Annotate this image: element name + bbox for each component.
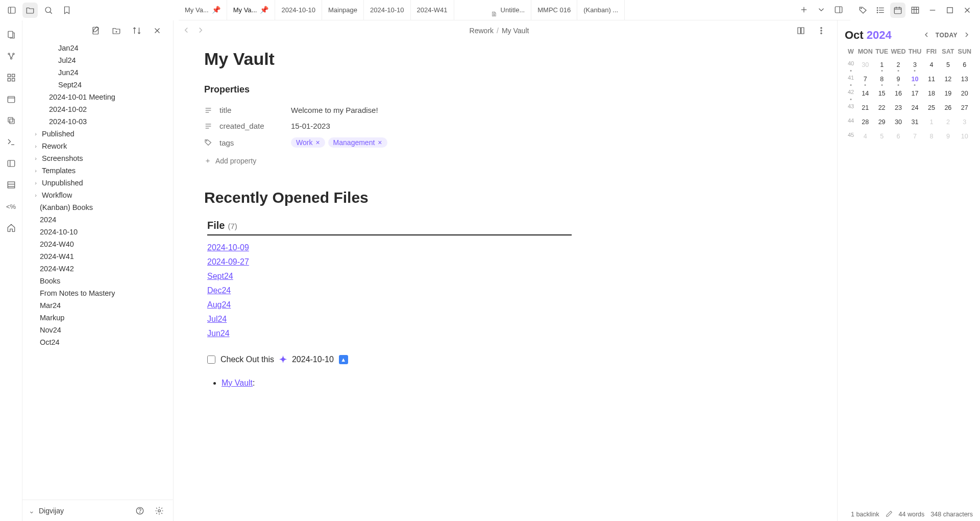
calendar-day[interactable]: 10: [957, 132, 973, 141]
internal-link[interactable]: My Vault: [222, 378, 253, 387]
rail-command-icon[interactable]: [4, 135, 18, 149]
file-link[interactable]: Jun24: [207, 326, 572, 341]
file-link[interactable]: Aug24: [207, 298, 572, 312]
tab[interactable]: (Kanban) ...: [577, 0, 625, 20]
outline-icon[interactable]: [873, 3, 888, 18]
file-link[interactable]: 2024-09-27: [207, 255, 572, 269]
sidebar-item[interactable]: 2024-W41: [22, 250, 173, 263]
calendar-day[interactable]: 24: [906, 103, 923, 112]
tab[interactable]: 2024-10-10: [364, 0, 411, 20]
calendar-day[interactable]: 25: [923, 103, 940, 112]
calendar-week-number[interactable]: 43: [845, 103, 857, 112]
property-row-created[interactable]: created_date 15-01-2023: [204, 118, 572, 134]
calendar-day[interactable]: 23: [890, 103, 906, 112]
sidebar-item[interactable]: ›Screenshots: [22, 152, 173, 164]
rail-percent-icon[interactable]: <%: [4, 199, 18, 214]
calendar-day[interactable]: 30: [857, 60, 873, 69]
remove-tag-icon[interactable]: ×: [378, 138, 382, 147]
sidebar-item[interactable]: 2024-W42: [22, 263, 173, 275]
sidebar-item[interactable]: From Notes to Mastery: [22, 287, 173, 299]
sidebar-item[interactable]: Jul24: [22, 54, 173, 66]
calendar-day[interactable]: 27: [957, 103, 973, 112]
rail-copy-icon[interactable]: [4, 113, 18, 128]
sidebar-item[interactable]: Books: [22, 275, 173, 287]
breadcrumb-current[interactable]: My Vault: [502, 27, 529, 35]
sidebar-item[interactable]: 2024-10-01 Meeting: [22, 91, 173, 103]
calendar-day[interactable]: 10: [906, 75, 923, 84]
breadcrumb[interactable]: Rework/My Vault: [210, 27, 788, 35]
tag-chip[interactable]: Work×: [291, 137, 325, 148]
collapse-sidebar-icon[interactable]: [4, 3, 19, 18]
calendar-day[interactable]: 1: [923, 117, 940, 127]
calendar-day[interactable]: 12: [940, 75, 956, 84]
rail-graph-icon[interactable]: [4, 49, 18, 63]
calendar-day[interactable]: 8: [873, 75, 890, 84]
sort-icon[interactable]: [129, 23, 144, 38]
calendar-week-number[interactable]: 45: [845, 132, 857, 141]
rail-templates-icon[interactable]: [4, 156, 18, 171]
tag-chip[interactable]: Management×: [328, 137, 387, 148]
tab[interactable]: 2024-10-10: [275, 0, 322, 20]
sidebar-item[interactable]: (Kanban) Books: [22, 201, 173, 214]
calendar-day[interactable]: 6: [890, 132, 906, 141]
help-icon[interactable]: [132, 503, 148, 518]
calendar-day[interactable]: 26: [940, 103, 956, 112]
calendar-day[interactable]: 5: [873, 132, 890, 141]
tab[interactable]: 🗎Untitle...: [454, 0, 532, 20]
chevron-right-icon[interactable]: ›: [32, 168, 40, 174]
chevron-right-icon[interactable]: ›: [32, 180, 40, 186]
sidebar-item[interactable]: ›Published: [22, 128, 173, 140]
calendar-week-number[interactable]: 40: [845, 60, 857, 69]
sidebar-item[interactable]: 2024: [22, 214, 173, 226]
tab[interactable]: My Va...📌: [179, 0, 227, 20]
sidebar-item[interactable]: Jan24: [22, 42, 173, 54]
tab[interactable]: 2024-W41: [411, 0, 454, 20]
nav-forward-icon[interactable]: [196, 26, 205, 36]
new-tab-button[interactable]: [796, 2, 812, 17]
files-icon[interactable]: [22, 3, 38, 18]
tab[interactable]: MMPC 016: [531, 0, 577, 20]
status-words[interactable]: 44 words: [899, 511, 925, 518]
calendar-day[interactable]: 22: [873, 103, 890, 112]
rail-canvas-icon[interactable]: [4, 70, 18, 85]
calendar-day[interactable]: 30: [890, 117, 906, 127]
collapse-icon[interactable]: [150, 23, 165, 38]
file-link[interactable]: Dec24: [207, 283, 572, 298]
sidebar-item[interactable]: ›Templates: [22, 164, 173, 177]
tags-icon[interactable]: [855, 3, 871, 18]
file-link[interactable]: Sept24: [207, 269, 572, 283]
chevron-right-icon[interactable]: ›: [32, 143, 40, 149]
breadcrumb-parent[interactable]: Rework: [470, 27, 494, 35]
calendar-day[interactable]: 21: [857, 103, 873, 112]
calendar-icon[interactable]: [890, 3, 905, 18]
sidebar-item[interactable]: ›Rework: [22, 140, 173, 152]
new-note-icon[interactable]: [88, 23, 104, 38]
file-link[interactable]: Jul24: [207, 312, 572, 326]
calendar-day[interactable]: 28: [857, 117, 873, 127]
sidebar-item[interactable]: 2024-10-10: [22, 226, 173, 238]
calendar-day[interactable]: 20: [957, 89, 973, 98]
add-property-button[interactable]: ＋ Add property: [204, 151, 572, 171]
calendar-day[interactable]: 18: [923, 89, 940, 98]
property-row-title[interactable]: title Welcome to my Paradise!: [204, 102, 572, 118]
calendar-day[interactable]: 13: [957, 75, 973, 84]
calendar-prev-icon[interactable]: [920, 30, 933, 41]
vault-name[interactable]: Digvijay: [39, 507, 64, 515]
calendar-week-number[interactable]: 44: [845, 117, 857, 127]
calendar-day[interactable]: 19: [940, 89, 956, 98]
new-folder-icon[interactable]: [109, 23, 124, 38]
calendar-next-icon[interactable]: [961, 30, 973, 41]
calendar-today-button[interactable]: TODAY: [936, 32, 958, 39]
calendar-day[interactable]: 6: [957, 60, 973, 69]
property-row-tags[interactable]: tags Work×Management×: [204, 134, 572, 151]
sidebar-item[interactable]: Oct24: [22, 336, 173, 348]
table-icon[interactable]: [908, 3, 923, 18]
bookmark-icon[interactable]: [59, 3, 75, 18]
calendar-day[interactable]: 9: [890, 75, 906, 84]
calendar-day[interactable]: 1: [873, 60, 890, 69]
sidebar-item[interactable]: 2024-10-03: [22, 115, 173, 128]
calendar-day[interactable]: 31: [906, 117, 923, 127]
calendar-day[interactable]: 4: [857, 132, 873, 141]
calendar-day[interactable]: 11: [923, 75, 940, 84]
sidebar-item[interactable]: Nov24: [22, 324, 173, 336]
